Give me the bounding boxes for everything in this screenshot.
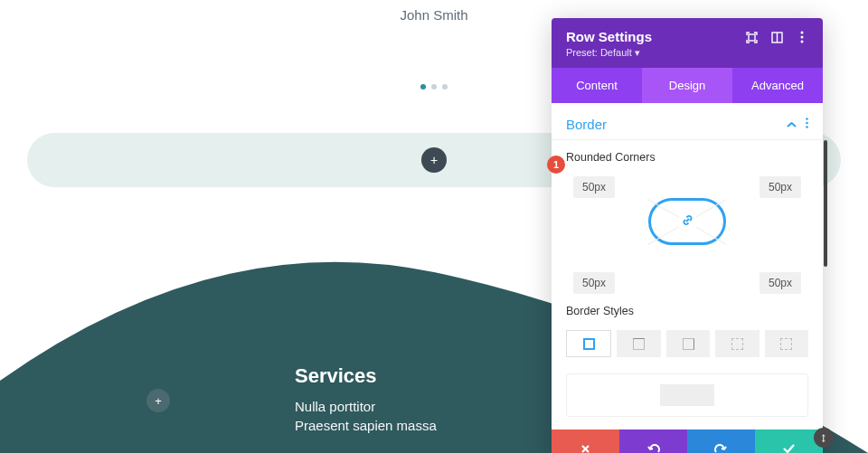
style-bottom[interactable] (715, 330, 759, 357)
corner-br-input[interactable]: 50px (760, 272, 801, 294)
link-icon[interactable] (679, 212, 696, 232)
undo-button[interactable] (619, 429, 687, 453)
preset-dropdown[interactable]: Preset: Default ▾ (566, 47, 652, 59)
chevron-up-icon[interactable] (787, 116, 797, 132)
step-badge: 1 (547, 156, 565, 174)
section-header[interactable]: Border (552, 103, 823, 140)
add-module-button[interactable]: + (421, 147, 447, 173)
add-section-button[interactable]: + (146, 389, 170, 412)
panel-header[interactable]: Row Settings Preset: Default ▾ (552, 18, 823, 68)
border-width-control[interactable] (566, 373, 808, 417)
settings-panel: Row Settings Preset: Default ▾ Content D… (552, 18, 823, 453)
dot[interactable] (420, 84, 426, 90)
style-top[interactable] (617, 330, 660, 357)
svg-point-8 (806, 126, 808, 128)
services-heading: Services (295, 364, 437, 388)
dot[interactable] (442, 84, 448, 90)
save-button[interactable] (755, 429, 823, 453)
tabs: Content Design Advanced (552, 68, 823, 103)
svg-point-6 (806, 118, 808, 120)
svg-rect-0 (749, 34, 755, 41)
corners-control: 50px 50px 50px 50px (566, 176, 808, 294)
tab-content[interactable]: Content (552, 68, 642, 103)
corner-preview (648, 198, 726, 245)
border-style-options (566, 330, 808, 357)
svg-point-3 (801, 32, 804, 34)
panel-title: Row Settings (566, 29, 652, 44)
border-styles-label: Border Styles (566, 305, 808, 317)
services-line: Praesent sapien massa (295, 418, 437, 433)
style-right[interactable] (666, 330, 710, 357)
cancel-button[interactable] (552, 429, 619, 453)
services-line: Nulla porttitor (295, 399, 437, 414)
rounded-corners-label: Rounded Corners (566, 151, 808, 164)
section-title: Border (566, 117, 607, 132)
redo-button[interactable] (687, 429, 755, 453)
svg-point-5 (801, 41, 804, 43)
panel-body: Rounded Corners 50px 50px 50px 50px Bord… (552, 140, 823, 429)
expand-icon[interactable] (745, 31, 758, 43)
menu-icon[interactable] (796, 31, 808, 43)
style-left[interactable] (765, 330, 808, 357)
dot[interactable] (431, 84, 437, 90)
menu-icon[interactable] (806, 116, 808, 132)
svg-point-7 (806, 122, 808, 125)
svg-point-4 (801, 36, 804, 39)
corner-tl-input[interactable]: 50px (573, 176, 615, 198)
columns-icon[interactable] (770, 31, 783, 43)
panel-footer (552, 429, 823, 453)
services-block: Services Nulla porttitor Praesent sapien… (295, 364, 437, 437)
corner-bl-input[interactable]: 50px (573, 272, 615, 294)
corner-tr-input[interactable]: 50px (760, 176, 801, 198)
tab-advanced[interactable]: Advanced (732, 68, 823, 103)
scrollbar[interactable] (824, 140, 827, 267)
style-all[interactable] (566, 330, 611, 357)
tab-design[interactable]: Design (642, 68, 732, 103)
